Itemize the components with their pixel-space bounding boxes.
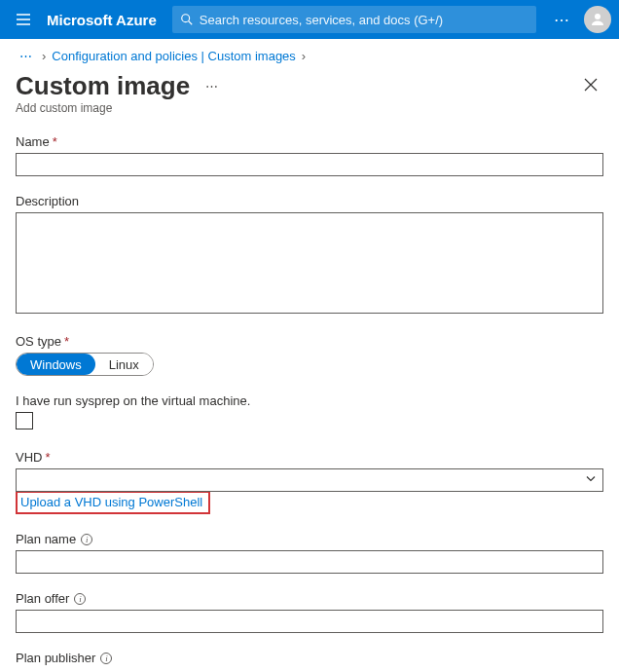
user-icon — [589, 11, 606, 28]
field-vhd: VHD * Upload a VHD using PowerShell — [16, 450, 603, 514]
vhd-select[interactable] — [16, 468, 603, 492]
field-plan-offer: Plan offer i — [16, 591, 603, 633]
required-marker: * — [45, 450, 50, 465]
field-plan-publisher: Plan publisher i — [16, 651, 603, 665]
plan-offer-label: Plan offer i — [16, 591, 603, 606]
search-icon — [180, 13, 194, 26]
field-description: Description — [16, 194, 603, 317]
required-marker: * — [64, 334, 69, 349]
breadcrumb-sep: › — [302, 49, 306, 63]
info-icon[interactable]: i — [74, 593, 86, 605]
name-input[interactable] — [16, 153, 603, 176]
global-search[interactable] — [172, 6, 536, 33]
hamburger-icon — [16, 12, 31, 27]
top-header: Microsoft Azure ⋯ — [0, 0, 619, 39]
name-label-text: Name — [16, 134, 50, 149]
header-more-button[interactable]: ⋯ — [544, 11, 580, 29]
name-label: Name * — [16, 134, 603, 149]
brand-label: Microsoft Azure — [47, 12, 157, 28]
sysprep-checkbox[interactable] — [16, 412, 33, 429]
form: Name * Description OS type * Windows Lin… — [0, 134, 619, 672]
ostype-option-linux[interactable]: Linux — [95, 354, 153, 375]
sysprep-label: I have run sysprep on the virtual machin… — [16, 393, 603, 408]
description-input[interactable] — [16, 212, 603, 314]
page-title: Custom image — [16, 71, 190, 101]
field-plan-name: Plan name i — [16, 532, 603, 574]
plan-name-label-text: Plan name — [16, 532, 76, 546]
upload-vhd-highlight: Upload a VHD using PowerShell — [16, 491, 210, 514]
svg-point-0 — [182, 15, 190, 22]
page-subtitle: Add custom image — [0, 101, 619, 134]
hamburger-menu-button[interactable] — [8, 4, 39, 35]
description-label: Description — [16, 194, 603, 208]
field-sysprep: I have run sysprep on the virtual machin… — [16, 393, 603, 432]
close-icon — [584, 78, 598, 92]
search-input[interactable] — [200, 13, 528, 27]
title-more-button[interactable]: ⋯ — [196, 79, 228, 93]
close-button[interactable] — [578, 72, 603, 100]
chevron-down-icon — [585, 473, 597, 488]
ostype-toggle: Windows Linux — [16, 353, 154, 376]
vhd-label: VHD * — [16, 450, 603, 465]
user-avatar[interactable] — [584, 6, 611, 33]
svg-line-1 — [189, 21, 193, 25]
ostype-label: OS type * — [16, 334, 603, 349]
plan-name-label: Plan name i — [16, 532, 603, 546]
ostype-option-windows[interactable]: Windows — [17, 354, 95, 375]
breadcrumb-more[interactable]: ⋯ — [16, 49, 36, 63]
plan-publisher-label: Plan publisher i — [16, 651, 603, 665]
title-row: Custom image ⋯ — [0, 67, 619, 101]
plan-name-input[interactable] — [16, 550, 603, 574]
header-right: ⋯ — [544, 6, 611, 33]
required-marker: * — [53, 134, 57, 149]
breadcrumb: ⋯ › Configuration and policies | Custom … — [0, 39, 619, 67]
field-name: Name * — [16, 134, 603, 176]
plan-offer-input[interactable] — [16, 610, 603, 633]
vhd-label-text: VHD — [16, 450, 42, 465]
info-icon[interactable]: i — [81, 534, 92, 545]
info-icon[interactable]: i — [100, 653, 112, 664]
plan-offer-label-text: Plan offer — [16, 591, 69, 606]
breadcrumb-sep: › — [42, 49, 46, 63]
breadcrumb-link-config[interactable]: Configuration and policies | Custom imag… — [52, 49, 296, 63]
ostype-label-text: OS type — [16, 334, 61, 349]
svg-point-2 — [595, 14, 601, 19]
plan-publisher-label-text: Plan publisher — [16, 651, 95, 665]
upload-vhd-link[interactable]: Upload a VHD using PowerShell — [20, 495, 202, 509]
field-ostype: OS type * Windows Linux — [16, 334, 603, 376]
